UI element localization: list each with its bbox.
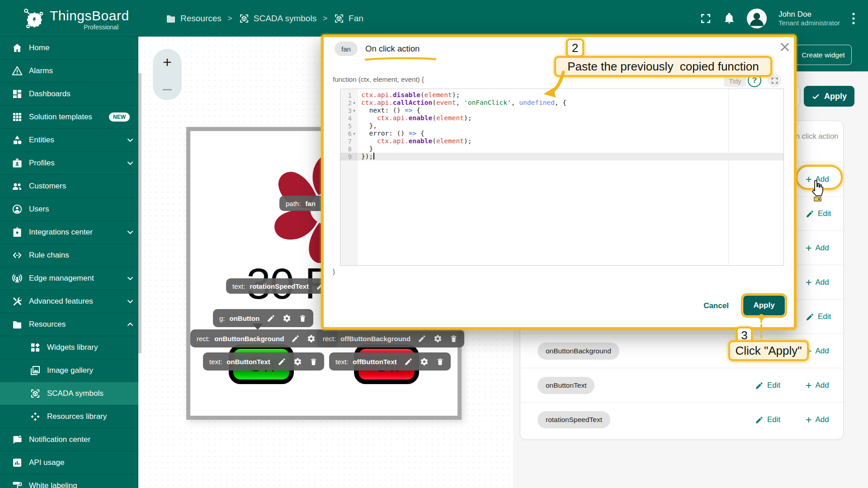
delete-trash-icon[interactable] [309, 357, 318, 366]
delete-trash-icon[interactable] [298, 314, 307, 323]
settings-gear-icon[interactable] [420, 357, 429, 366]
row-add-button[interactable]: +Add [806, 403, 829, 437]
edit-pencil-icon[interactable] [291, 334, 300, 343]
settings-gear-icon[interactable] [293, 357, 302, 366]
sidebar-item-advanced-features[interactable]: Advanced features [0, 290, 142, 313]
code-line-9[interactable]: }); [358, 153, 783, 160]
sidebar: ThingsBoard Professional HomeAlarmsDashb… [0, 0, 142, 488]
row-add-button[interactable]: +Add [806, 231, 829, 265]
row-add-button[interactable]: +Add [806, 265, 829, 300]
user-block[interactable]: John Doe Tenant administrator [778, 9, 840, 28]
code-content[interactable]: ctx.api.disable(element);ctx.api.callAct… [358, 89, 783, 265]
zoom-out-button[interactable] [163, 89, 172, 90]
row-add-button[interactable]: +Add [806, 334, 829, 368]
delete-trash-icon [309, 357, 318, 366]
tutorial-step-2-callout: Paste the previously copied function [554, 56, 772, 77]
code-line-4[interactable]: ctx.api.enable(element); [358, 114, 783, 122]
user-name: John Doe [778, 9, 840, 19]
breadcrumb-item-resources[interactable]: Resources [165, 13, 222, 24]
sidebar-item-customers[interactable]: Customers [0, 174, 142, 197]
delete-trash-icon[interactable] [436, 357, 444, 366]
breadcrumb-item-fan[interactable]: Fan [334, 13, 363, 24]
code-line-7[interactable]: ctx.api.enable(element); [358, 137, 783, 145]
sidebar-item-resources[interactable]: Resources [0, 313, 142, 336]
create-widget-button[interactable]: Create widget [795, 45, 852, 65]
settings-gear-icon[interactable] [283, 314, 291, 323]
on-click-action-column-header: On click action [790, 131, 840, 141]
code-line-6[interactable]: error: () => { [358, 130, 783, 137]
canvas-tag-onbuttontext[interactable]: text:onButtonText [203, 352, 324, 371]
profiles-icon [12, 158, 23, 169]
sidebar-item-notification-center[interactable]: Notification center [0, 428, 142, 451]
sidebar-item-alarms[interactable]: Alarms [0, 59, 142, 82]
sidebar-item-entities[interactable]: Entities [0, 128, 142, 151]
sidebar-scrollbar[interactable] [138, 37, 142, 488]
breadcrumb-separator: > [323, 14, 327, 23]
sidebar-item-dashboards[interactable]: Dashboards [0, 82, 142, 105]
edit-pencil-icon[interactable] [418, 334, 426, 343]
sidebar-item-rule-chains[interactable]: Rule chains [0, 244, 142, 267]
row-edit-button[interactable]: Edit [755, 368, 780, 403]
delete-trash-icon[interactable] [449, 334, 458, 343]
sidebar-item-users[interactable]: Users [0, 197, 142, 221]
edit-pencil-icon[interactable] [278, 357, 286, 366]
edit-pencil-icon [404, 357, 413, 366]
sidebar-item-solution-templates[interactable]: Solution templatesNEW [0, 105, 142, 128]
sidebar-item-integrations-center[interactable]: Integrations center [0, 221, 142, 244]
resources-library-icon [30, 411, 41, 422]
delete-trash-icon [436, 357, 444, 366]
kebab-menu-icon[interactable] [852, 12, 855, 25]
sidebar-item-widgets-library[interactable]: Widgets library [0, 336, 142, 359]
sidebar-item-resources-library[interactable]: Resources library [0, 405, 142, 428]
sidebar-item-home[interactable]: Home [0, 36, 142, 59]
canvas-tag-offbuttonbackground[interactable]: rect:offButtonBackground [316, 329, 464, 347]
apply-button[interactable]: Apply [743, 296, 785, 315]
advanced-features-icon [12, 296, 23, 307]
settings-gear-icon [420, 357, 429, 366]
mouse-cursor-hand [810, 180, 826, 203]
code-line-1[interactable]: ctx.api.disable(element); [358, 91, 783, 99]
code-line-3[interactable]: next: () => { [358, 107, 783, 114]
fullscreen-icon[interactable] [700, 13, 712, 24]
tag-chip-onbuttonbackground: onButtonBackground [538, 343, 619, 360]
edit-pencil-icon[interactable] [267, 314, 275, 323]
settings-gear-icon[interactable] [307, 334, 316, 343]
sidebar-item-scada-symbols[interactable]: SCADA symbols [0, 382, 142, 405]
canvas-tag-offbuttontext[interactable]: text:offButtonText [329, 352, 451, 371]
code-line-8[interactable]: } [358, 145, 783, 153]
chevron-down-icon [125, 273, 135, 283]
sidebar-item-white-labeling[interactable]: White labeling [0, 474, 142, 488]
row-edit-button[interactable]: Edit [806, 300, 831, 334]
settings-gear-icon[interactable] [434, 334, 442, 343]
customers-icon [12, 181, 23, 192]
edit-pencil-icon [278, 357, 286, 366]
tag-chip-onbuttontext: onButtonText [538, 377, 594, 394]
tutorial-step-3-callout: Click "Apply" [728, 340, 809, 361]
canvas-tag-onbutton[interactable]: g:onButton [213, 309, 313, 327]
user-avatar[interactable] [747, 9, 767, 28]
tag-row-onbuttontext: onButtonTextEdit+Add [520, 368, 843, 402]
sidebar-item-image-gallery[interactable]: Image gallery [0, 359, 142, 382]
cancel-button[interactable]: Cancel [698, 296, 734, 315]
edit-pencil-icon [755, 416, 764, 424]
zoom-in-button[interactable]: + [153, 53, 182, 71]
editor-apply-button[interactable]: Apply [804, 86, 854, 107]
code-editor[interactable]: 12▾3▾456▾789 ctx.api.disable(element);ct… [340, 89, 784, 266]
notifications-bell-icon[interactable] [723, 13, 735, 24]
breadcrumb-item-scada-symbols[interactable]: SCADA symbols [239, 13, 316, 24]
symbol-chip: fan [335, 42, 358, 56]
chevron-up-icon [125, 319, 135, 329]
code-line-5[interactable]: }, [358, 122, 783, 130]
folder-icon [165, 13, 176, 24]
edit-pencil-icon[interactable] [404, 357, 413, 366]
row-edit-button[interactable]: Edit [755, 403, 780, 437]
close-icon[interactable] [778, 41, 791, 53]
solution-templates-icon [12, 112, 23, 122]
sidebar-item-edge-management[interactable]: Edge management [0, 267, 142, 290]
sidebar-item-api-usage[interactable]: API usage [0, 451, 142, 474]
row-add-button[interactable]: +Add [806, 368, 829, 403]
sidebar-item-profiles[interactable]: Profiles [0, 151, 142, 174]
code-line-2[interactable]: ctx.api.callAction(event, 'onFanClick', … [358, 99, 783, 107]
check-icon [811, 92, 820, 101]
canvas-tag-onbuttonbackground[interactable]: rect:onButtonBackground [190, 329, 338, 347]
